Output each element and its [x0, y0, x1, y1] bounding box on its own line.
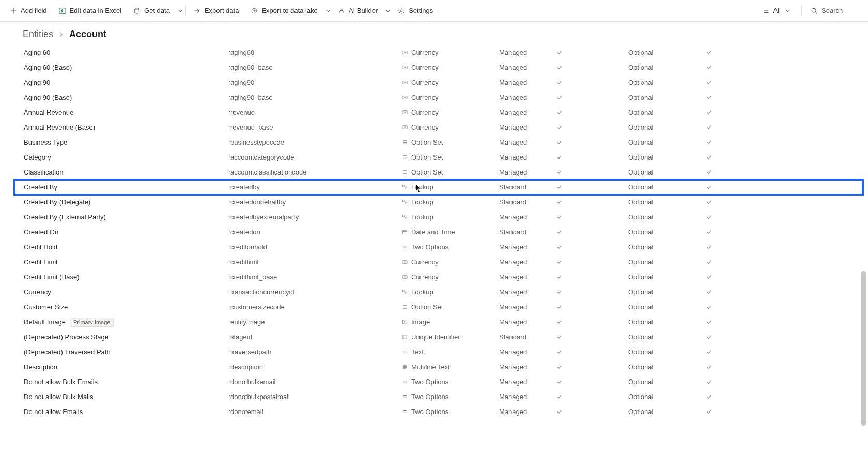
searchable-check-icon [706, 304, 747, 310]
table-row[interactable]: Classification···accountclassificationco… [14, 165, 863, 180]
table-row[interactable]: (Deprecated) Traversed Path···traversedp… [14, 344, 863, 359]
field-type: Option Set [411, 138, 443, 146]
row-more-button[interactable]: ··· [224, 242, 239, 249]
export-lake-chevron[interactable] [325, 8, 331, 14]
row-more-button[interactable]: ··· [224, 62, 239, 70]
settings-button[interactable]: Settings [392, 4, 438, 18]
row-more-button[interactable]: ··· [224, 47, 239, 55]
field-type: Lookup [411, 183, 433, 191]
table-row[interactable]: Created By (Delegate)···createdonbehalfb… [14, 195, 863, 210]
row-more-button[interactable]: ··· [224, 376, 239, 384]
search-placeholder: Search [822, 7, 843, 14]
row-more-button[interactable]: ··· [224, 107, 239, 115]
field-type: Two Options [411, 378, 448, 386]
export-to-data-lake-button[interactable]: Export to data lake [245, 4, 322, 18]
table-row[interactable]: Aging 90···aging90CurrencyManagedOptiona… [14, 75, 863, 90]
table-row[interactable]: Default ImagePrimary Image···entityimage… [14, 314, 863, 329]
table-row[interactable]: Annual Revenue (Base)···revenue_baseCurr… [14, 120, 863, 135]
svg-rect-0 [59, 8, 65, 13]
field-requirement: Optional [628, 333, 706, 341]
export-data-button[interactable]: Export data [188, 4, 244, 18]
searchable-check-icon [706, 363, 747, 370]
row-more-button[interactable]: ··· [224, 272, 239, 279]
table-row[interactable]: Currency···transactioncurrencyidLookupMa… [14, 284, 863, 299]
row-more-button[interactable]: ··· [224, 346, 239, 354]
customizable-check-icon [556, 49, 628, 56]
table-row[interactable]: Do not allow Bulk Emails···donotbulkemai… [14, 374, 863, 389]
ai-builder-button[interactable]: AI Builder [332, 4, 383, 18]
table-row[interactable]: Created By (External Party)···createdbye… [14, 210, 863, 225]
field-kind: Managed [499, 213, 556, 221]
searchable-check-icon [706, 199, 747, 205]
datatype-icon [401, 378, 408, 386]
field-requirement: Optional [628, 288, 706, 296]
row-more-button[interactable]: ··· [224, 167, 239, 175]
row-more-button[interactable]: ··· [224, 331, 239, 339]
svg-rect-20 [405, 202, 407, 204]
row-more-button[interactable]: ··· [224, 137, 239, 145]
row-more-button[interactable]: ··· [224, 182, 239, 189]
row-more-button[interactable]: ··· [224, 212, 239, 219]
table-row[interactable]: Do not allow Emails···donotemailTwo Opti… [14, 404, 863, 419]
field-display-name: Aging 90 (Base) [24, 93, 72, 101]
row-more-button[interactable]: ··· [224, 197, 239, 204]
edit-in-excel-button[interactable]: Edit data in Excel [53, 4, 127, 18]
view-filter-button[interactable]: All [757, 4, 796, 18]
datatype-icon [401, 334, 408, 341]
row-more-button[interactable]: ··· [224, 287, 239, 294]
table-row[interactable]: Description···descriptionMultiline TextM… [14, 359, 863, 374]
table-row[interactable]: (Deprecated) Process Stage···stageidUniq… [14, 329, 863, 344]
field-requirement: Optional [628, 393, 706, 401]
get-data-chevron[interactable] [177, 8, 183, 14]
row-more-button[interactable]: ··· [224, 92, 239, 100]
table-row[interactable]: Credit Limit···creditlimitCurrencyManage… [14, 255, 863, 270]
table-row[interactable]: Created By···createdbyLookupStandardOpti… [14, 180, 863, 195]
table-row[interactable]: Do not allow Bulk Mails···donotbulkposta… [14, 389, 863, 404]
breadcrumb-current: Account [69, 29, 106, 40]
row-more-button[interactable]: ··· [224, 152, 239, 160]
field-requirement: Optional [628, 258, 706, 266]
field-type: Date and Time [411, 228, 455, 236]
scrollbar[interactable] [861, 44, 867, 452]
table-row[interactable]: Created On···createdonDate and TimeStand… [14, 225, 863, 240]
field-requirement: Optional [628, 273, 706, 281]
field-schema-name: aging60 [230, 49, 401, 56]
view-filter-label: All [773, 7, 781, 14]
field-type: Multiline Text [411, 363, 450, 371]
field-display-name: (Deprecated) Process Stage [24, 333, 109, 341]
customizable-check-icon [556, 214, 628, 220]
searchable-check-icon [706, 94, 747, 101]
row-more-button[interactable]: ··· [224, 227, 239, 234]
svg-point-8 [404, 67, 405, 68]
ai-builder-chevron[interactable] [385, 8, 391, 14]
table-row[interactable]: Aging 90 (Base)···aging90_baseCurrencyMa… [14, 90, 863, 105]
table-row[interactable]: Credit Limit (Base)···creditlimit_baseCu… [14, 270, 863, 284]
table-row[interactable]: Aging 60···aging60CurrencyManagedOptiona… [14, 45, 863, 60]
table-row[interactable]: Business Type···businesstypecodeOption S… [14, 135, 863, 150]
row-more-button[interactable]: ··· [224, 302, 239, 309]
scrollbar-thumb[interactable] [861, 271, 866, 426]
view-filter-chevron [785, 8, 791, 14]
field-requirement: Optional [628, 348, 706, 356]
row-more-button[interactable]: ··· [224, 77, 239, 85]
table-row[interactable]: Annual Revenue···revenueCurrencyManagedO… [14, 105, 863, 120]
breadcrumb-parent[interactable]: Entities [23, 29, 53, 40]
row-more-button[interactable]: ··· [224, 316, 239, 324]
row-more-button[interactable]: ··· [224, 391, 239, 399]
customizable-check-icon [556, 199, 628, 205]
more-icon: ··· [229, 406, 235, 414]
datatype-icon [401, 154, 408, 161]
get-data-button[interactable]: Get data [128, 4, 175, 18]
field-schema-name: entityimage [230, 318, 401, 326]
table-row[interactable]: Credit Hold···creditonholdTwo OptionsMan… [14, 240, 863, 255]
table-row[interactable]: Aging 60 (Base)···aging60_baseCurrencyMa… [14, 60, 863, 75]
search-input[interactable]: Search [807, 5, 864, 17]
table-row[interactable]: Category···accountcategorycodeOption Set… [14, 150, 863, 165]
add-field-button[interactable]: Add field [4, 4, 52, 18]
table-row[interactable]: Customer Size···customersizecodeOption S… [14, 299, 863, 314]
row-more-button[interactable]: ··· [224, 122, 239, 130]
row-more-button[interactable]: ··· [224, 361, 239, 369]
row-more-button[interactable]: ··· [224, 406, 239, 414]
row-more-button[interactable]: ··· [224, 257, 239, 264]
more-icon: ··· [229, 346, 235, 354]
